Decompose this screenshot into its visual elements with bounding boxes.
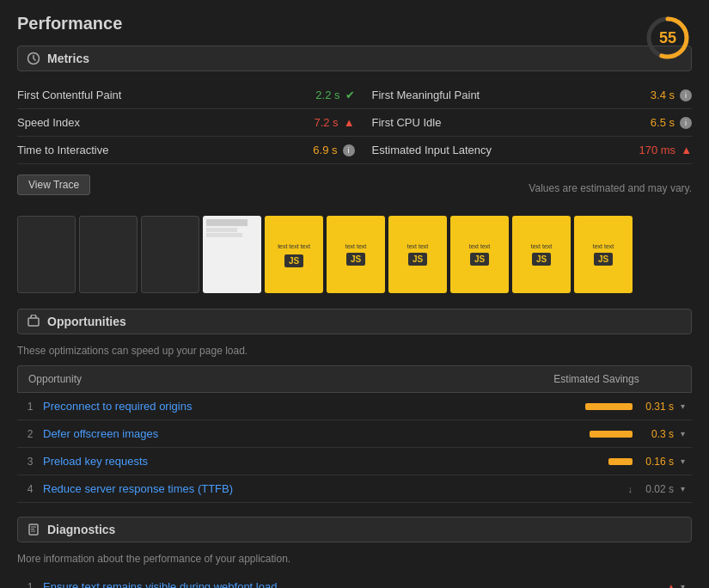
opp-row-4: 4 Reduce server response times (TTFB) ↓ … — [17, 475, 692, 503]
metric-fcp-label: First Contentful Paint — [17, 89, 315, 101]
film-frame-1 — [17, 216, 76, 293]
opp-num-1: 1 — [17, 401, 43, 413]
metric-tti-icon: i — [343, 144, 355, 156]
film-frame-6: text text JS — [327, 216, 385, 293]
opp-col-opportunity: Opportunity — [18, 366, 502, 392]
metric-fci-label: First CPU Idle — [372, 116, 651, 129]
diag-label-1[interactable]: Ensure text remains visible during webfo… — [43, 580, 623, 588]
metrics-grid: First Contentful Paint 2.2 s ✔ First Mea… — [17, 82, 692, 164]
opportunities-table-header: Opportunity Estimated Savings — [17, 365, 692, 393]
diag-expand-1[interactable]: ▾ — [681, 582, 685, 588]
metric-si-label: Speed Index — [17, 116, 314, 129]
opp-bar-1 — [585, 403, 633, 410]
diag-num-1: 1 — [17, 581, 43, 589]
opp-val-3: 0.16 s — [639, 456, 674, 468]
metric-fmp-label: First Meaningful Paint — [372, 89, 651, 101]
opportunities-subtitle: These optimizations can speed up your pa… — [17, 345, 692, 357]
svg-rect-3 — [28, 318, 39, 326]
opportunities-section: Opportunities These optimizations can sp… — [17, 309, 692, 503]
opp-num-3: 3 — [17, 456, 43, 468]
score-value: 55 — [659, 29, 676, 47]
opportunities-section-header: Opportunities — [17, 309, 692, 334]
opp-label-4[interactable]: Reduce server response times (TTFB) — [43, 482, 503, 495]
score-circle: 55 — [644, 14, 692, 62]
opp-col-savings: Estimated Savings — [502, 366, 691, 392]
diagnostics-section-header: Diagnostics — [17, 517, 692, 542]
metrics-label: Metrics — [47, 52, 89, 65]
opp-row-3: 3 Preload key requests 0.16 s ▾ — [17, 448, 692, 475]
metric-row-tti: Time to Interactive 6.9 s i — [17, 137, 355, 164]
values-note: Values are estimated and may vary. — [101, 182, 692, 194]
opp-savings-4: ↓ 0.02 s ▾ — [503, 483, 692, 495]
metric-tti-value: 6.9 s — [313, 144, 337, 156]
opp-val-4: 0.02 s — [639, 483, 674, 495]
opp-val-1: 0.31 s — [639, 401, 674, 413]
opp-row-1: 1 Preconnect to required origins 0.31 s … — [17, 393, 692, 420]
trace-row: View Trace Values are estimated and may … — [17, 175, 692, 202]
metric-eil-icon: ▲ — [681, 144, 692, 156]
diag-row-1: 1 Ensure text remains visible during web… — [17, 573, 692, 588]
opp-expand-4[interactable]: ▾ — [681, 484, 685, 493]
metric-fci-value: 6.5 s — [651, 116, 675, 129]
opp-row-2: 2 Defer offscreen images 0.3 s ▾ — [17, 420, 692, 448]
diagnostics-subtitle: More information about the performance o… — [17, 553, 692, 565]
opp-savings-2: 0.3 s ▾ — [503, 428, 692, 440]
metric-row-fci: First CPU Idle 6.5 s i — [355, 109, 693, 137]
opp-num-2: 2 — [17, 428, 43, 440]
metric-tti-label: Time to Interactive — [17, 144, 313, 156]
film-frame-2 — [79, 216, 138, 293]
film-frame-8: text text JS — [450, 216, 509, 293]
film-frame-7: text text JS — [388, 216, 447, 293]
opportunities-list: 1 Preconnect to required origins 0.31 s … — [17, 393, 692, 503]
diag-right-1: ▲ ▾ — [623, 582, 692, 588]
film-frame-10: text text JS — [574, 216, 633, 293]
opp-expand-2[interactable]: ▾ — [681, 429, 685, 438]
metric-fci-icon: i — [680, 117, 692, 129]
metric-si-icon: ▲ — [344, 116, 355, 129]
metric-eil-label: Estimated Input Latency — [372, 144, 639, 156]
metric-row-si: Speed Index 7.2 s ▲ — [17, 109, 355, 137]
metrics-icon — [27, 52, 40, 65]
metric-eil-value: 170 ms — [639, 144, 675, 156]
metric-fmp-icon: i — [680, 89, 692, 101]
opp-val-2: 0.3 s — [639, 428, 674, 440]
metric-fcp-value: 2.2 s — [315, 89, 339, 101]
metric-fmp-value: 3.4 s — [651, 89, 675, 101]
metrics-section-header: Metrics — [17, 46, 692, 71]
opp-label-2[interactable]: Defer offscreen images — [43, 427, 503, 440]
opp-expand-3[interactable]: ▾ — [681, 456, 685, 466]
metric-fcp-icon: ✔ — [345, 89, 355, 101]
diagnostics-icon — [27, 523, 40, 536]
opp-label-3[interactable]: Preload key requests — [43, 455, 503, 468]
metric-row-fcp: First Contentful Paint 2.2 s ✔ — [17, 82, 355, 109]
diagnostics-section: Diagnostics More information about the p… — [17, 517, 692, 588]
opportunities-icon — [27, 315, 40, 328]
opportunities-label: Opportunities — [47, 315, 126, 328]
film-frame-5: text text text JS — [265, 216, 323, 293]
page-title: Performance — [17, 14, 692, 34]
opp-expand-1[interactable]: ▾ — [681, 401, 685, 411]
opp-savings-1: 0.31 s ▾ — [503, 401, 692, 413]
filmstrip: text text text JS text text JS text text… — [17, 216, 692, 293]
metric-row-eil: Estimated Input Latency 170 ms ▲ — [355, 137, 693, 164]
diagnostics-list: 1 Ensure text remains visible during web… — [17, 573, 692, 588]
film-frame-3 — [141, 216, 199, 293]
metric-si-value: 7.2 s — [314, 116, 338, 129]
diagnostics-label: Diagnostics — [47, 523, 115, 536]
opp-num-4: 4 — [17, 483, 43, 495]
view-trace-button[interactable]: View Trace — [17, 175, 90, 195]
opp-bar-3 — [608, 458, 633, 465]
opp-bar-2 — [590, 431, 633, 438]
metric-row-fmp: First Meaningful Paint 3.4 s i — [355, 82, 693, 109]
film-frame-4 — [203, 216, 261, 293]
opp-savings-3: 0.16 s ▾ — [503, 456, 692, 468]
film-frame-9: text text JS — [512, 216, 571, 293]
diag-warn-icon-1: ▲ — [667, 582, 675, 588]
opp-label-1[interactable]: Preconnect to required origins — [43, 400, 503, 413]
